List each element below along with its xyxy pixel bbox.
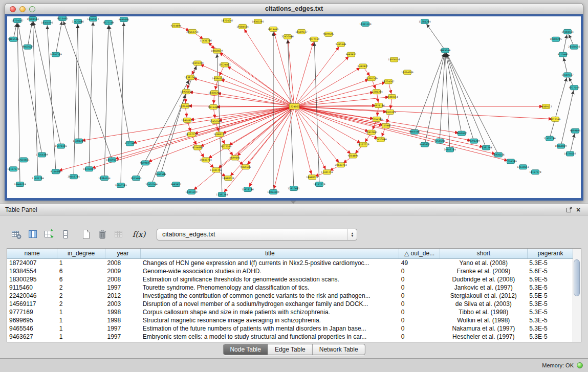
graph-node[interactable]: 9115460 [381,123,391,128]
cell-in_degree[interactable]: 1 [57,316,105,324]
cell-title[interactable]: Investigating the contribution of common… [141,292,399,300]
cell-short[interactable]: Dudbridge et al. (2008) [440,275,527,283]
graph-edge[interactable] [226,106,294,147]
graph-node[interactable]: 12610651 [288,186,299,191]
graph-node[interactable]: 9254694 [171,23,182,28]
graph-node[interactable]: 16157278 [313,182,325,187]
table-row[interactable]: 1830029562008Estimation of significance … [7,275,573,283]
function-builder-icon[interactable]: f(x) [132,228,146,242]
column-header-in_degree[interactable]: in_degree [57,249,105,258]
graph-node[interactable]: 20643754 [335,163,346,167]
cell-out_degree[interactable]: 0 [399,267,440,275]
graph-node[interactable]: 19384554 [27,16,38,21]
cell-name[interactable]: 19384554 [7,267,57,275]
graph-edge[interactable] [17,20,42,155]
graph-edge[interactable] [445,51,450,150]
cell-short[interactable]: Franke et al. (2009) [440,267,527,275]
graph-node[interactable]: 11381264 [419,19,430,24]
cell-in_degree[interactable]: 2 [57,283,105,292]
cell-year[interactable]: 1997 [105,333,140,341]
graph-node[interactable]: 9699695 [119,17,129,21]
graph-node[interactable]: 18668039 [14,182,26,187]
graph-node[interactable]: 11431756 [32,176,43,181]
graph-edge[interactable] [570,131,575,154]
cell-short[interactable]: Tibbo et al. (1998) [440,308,527,316]
tab-network-table[interactable]: Network Table [313,344,365,355]
cell-year[interactable]: 2003 [105,300,140,308]
graph-node[interactable]: 22420046 [281,34,293,39]
table-row[interactable]: 2242004622012Investigating the contribut… [7,292,573,300]
column-header-out_degree[interactable]: △ out_de... [399,249,440,258]
graph-node[interactable]: 18300295 [550,37,561,41]
graph-node[interactable]: 9777169 [125,141,136,146]
cell-name[interactable]: 9777169 [7,308,57,316]
cell-name[interactable]: 9115460 [7,283,57,292]
graph-node[interactable]: 17054389 [36,152,48,157]
cell-name[interactable]: 18724007 [7,258,57,267]
graph-node[interactable]: 16157278 [7,167,19,171]
graph-node[interactable]: 9463627 [456,131,467,136]
graph-node[interactable]: 18300295 [384,110,396,114]
table-selector-dropdown[interactable]: citations_edges.txt ▲▼ [157,229,357,240]
cell-year[interactable]: 2009 [105,267,140,275]
graph-edge[interactable] [121,19,124,185]
cell-pagerank[interactable]: 5.3E-5 [527,258,573,267]
graph-node[interactable]: 11381264 [216,192,228,197]
graph-node[interactable]: 9699695 [230,156,241,160]
graph-node[interactable]: 9777169 [550,117,561,121]
graph-edge[interactable] [563,55,568,75]
cell-year[interactable]: 2012 [105,292,140,300]
cell-pagerank[interactable]: 5.3E-5 [527,308,573,316]
cell-pagerank[interactable]: 5.9E-5 [527,275,573,283]
network-graph[interactable]: 1872400719384554183002959115460224200461… [7,16,581,198]
cell-pagerank[interactable]: 5.3E-5 [527,333,573,341]
graph-edge[interactable] [112,106,294,160]
cell-in_degree[interactable]: 6 [57,275,105,283]
graph-node[interactable]: 15976156 [492,152,504,157]
cell-short[interactable]: Wolkin et al. (1998) [440,316,527,324]
table-row[interactable]: 977716911998Corpus callosum shape and si… [7,308,573,316]
graph-node[interactable]: 18300295 [41,20,53,25]
cell-short[interactable]: de Silva et al. (2003) [440,300,527,308]
table-row[interactable]: 1872400712008Changes of HCN gene express… [7,258,573,267]
column-header-title[interactable]: title [141,249,399,258]
graph-node[interactable]: 11431756 [210,168,222,172]
graph-edge[interactable] [13,20,17,39]
graph-edge[interactable] [294,106,312,177]
cell-title[interactable]: Disruption of a novel member of a sodium… [141,300,399,308]
graph-node[interactable]: 1724007 [289,104,300,110]
graph-edge[interactable] [445,51,462,134]
graph-node[interactable]: 9777169 [221,144,232,149]
graph-node[interactable]: 19384554 [561,29,573,34]
show-columns-icon[interactable] [26,228,39,242]
cell-out_degree[interactable]: 0 [399,308,440,316]
cell-short[interactable]: Stergiakouli et al. (2012) [440,292,527,300]
scrollbar-thumb[interactable] [574,259,580,296]
graph-node[interactable]: 14569117 [540,104,552,109]
graph-node[interactable]: 14569117 [295,29,307,34]
graph-node[interactable]: 9254694 [348,154,359,158]
graph-node[interactable]: 20643754 [200,158,211,162]
graph-node[interactable]: 11381264 [480,145,492,150]
graph-node[interactable]: 17054389 [505,159,516,164]
table-row[interactable]: 1456911722003Disruption of a novel membe… [7,300,573,308]
cell-short[interactable]: Jankovic et al. (1997) [440,283,527,292]
graph-node[interactable]: 10391209 [185,190,197,194]
cell-pagerank[interactable]: 5.5E-5 [527,292,573,300]
graph-edge[interactable] [215,106,294,121]
network-window-titlebar[interactable]: citations_edges.txt [5,3,583,14]
graph-node[interactable]: 10391209 [468,139,480,143]
graph-edge[interactable] [74,21,78,177]
graph-edge[interactable] [248,106,294,189]
cell-title[interactable]: Embryonic stem cells: a model to study s… [141,333,399,341]
cell-out_degree[interactable]: 0 [399,292,440,300]
graph-node[interactable]: 18724007 [11,18,23,23]
graph-node[interactable]: 15976156 [373,103,384,108]
graph-edge[interactable] [214,93,294,106]
table-row[interactable]: 969969511998Structural magnetic resonanc… [7,316,573,324]
zoom-window-icon[interactable] [29,6,35,12]
cell-name[interactable]: 9699695 [7,316,57,324]
graph-node[interactable]: 9777169 [103,20,114,25]
cell-title[interactable]: Changes of HCN gene expression and I(f) … [141,258,399,267]
graph-node[interactable]: 18668039 [306,175,318,180]
